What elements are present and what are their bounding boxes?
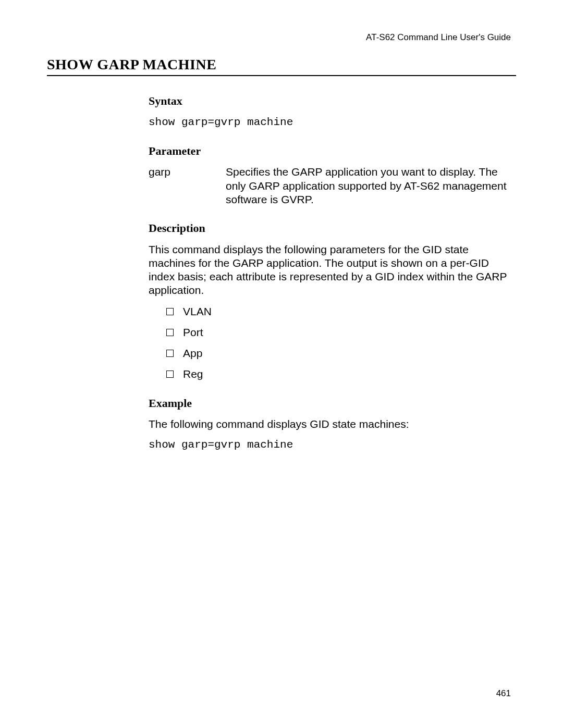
bullet-box-icon: [166, 308, 174, 315]
running-head: AT-S62 Command Line User's Guide: [366, 32, 511, 43]
section-heading-example: Example: [149, 396, 516, 411]
example-code: show garp=gvrp machine: [149, 438, 516, 452]
parameter-description: Specifies the GARP application you want …: [226, 165, 516, 206]
bullet-label: Port: [183, 326, 203, 339]
example-text: The following command displays GID state…: [149, 417, 516, 431]
list-item: Reg: [166, 367, 516, 381]
list-item: VLAN: [166, 305, 516, 318]
bullet-box-icon: [166, 329, 174, 336]
description-text: This command displays the following para…: [149, 243, 516, 298]
syntax-code: show garp=gvrp machine: [149, 116, 516, 129]
page-number: 461: [496, 688, 511, 699]
parameter-row: garp Specifies the GARP application you …: [149, 165, 516, 206]
page: AT-S62 Command Line User's Guide SHOW GA…: [0, 0, 563, 728]
list-item: Port: [166, 326, 516, 339]
parameter-name: garp: [149, 165, 226, 206]
title-rule: [47, 75, 516, 76]
page-title: SHOW GARP MACHINE: [47, 56, 516, 73]
bullet-label: VLAN: [183, 305, 212, 318]
list-item: App: [166, 347, 516, 360]
description-bullets: VLAN Port App Reg: [166, 305, 516, 381]
content: Syntax show garp=gvrp machine Parameter …: [149, 94, 516, 452]
bullet-box-icon: [166, 350, 174, 357]
section-heading-parameter: Parameter: [149, 144, 516, 158]
section-heading-syntax: Syntax: [149, 94, 516, 108]
bullet-label: App: [183, 347, 202, 360]
bullet-box-icon: [166, 371, 174, 378]
bullet-label: Reg: [183, 367, 203, 381]
section-heading-description: Description: [149, 221, 516, 236]
